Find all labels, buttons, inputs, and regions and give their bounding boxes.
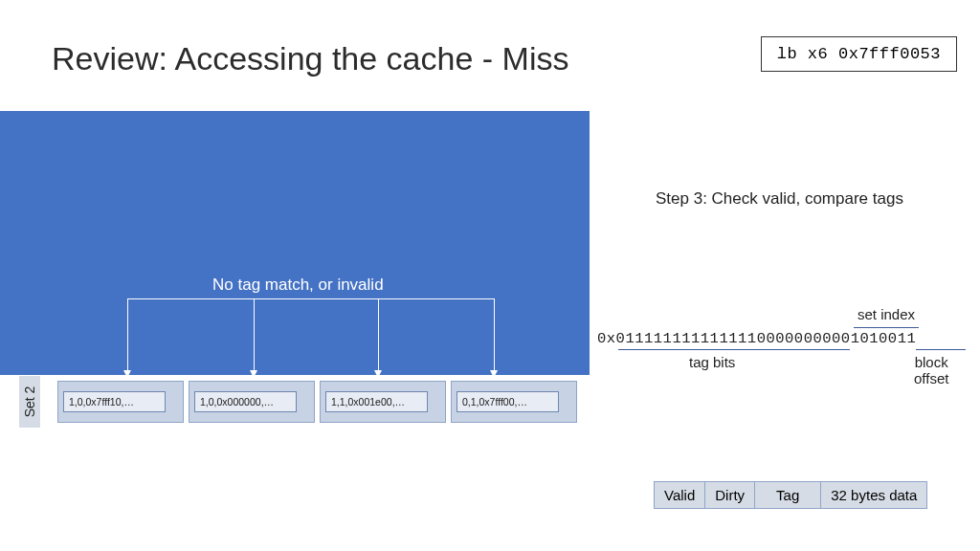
miss-message: No tag match, or invalid xyxy=(212,276,384,295)
arrow-way2 xyxy=(378,298,379,377)
set-label: Set 2 xyxy=(19,376,40,428)
way-3: 0,1,0x7fff00,… xyxy=(451,381,577,423)
legend-data: 32 bytes data xyxy=(821,482,926,508)
way-3-data: 0,1,0x7fff00,… xyxy=(457,391,559,412)
legend-tag: Tag xyxy=(755,482,821,508)
underline-tag xyxy=(618,349,850,350)
way-0: 1,0,0x7fff10,… xyxy=(57,381,184,423)
step-text: Step 3: Check valid, compare tags xyxy=(656,189,903,209)
address-bits: 0x01111111111111100000000001010011 xyxy=(597,330,916,347)
way-2-data: 1,1,0x001e00,… xyxy=(325,391,428,412)
label-index: set index xyxy=(858,306,915,322)
label-offset: block offset xyxy=(914,354,948,387)
entry-legend: Valid Dirty Tag 32 bytes data xyxy=(654,481,927,509)
arrow-way0 xyxy=(127,298,128,377)
way-0-data: 1,0,0x7fff10,… xyxy=(63,391,166,412)
legend-valid: Valid xyxy=(655,482,705,508)
slide-title: Review: Accessing the cache - Miss xyxy=(52,40,568,77)
underline-offset xyxy=(916,349,966,350)
label-tag: tag bits xyxy=(689,354,735,370)
underline-index xyxy=(854,327,919,328)
instruction-box: lb x6 0x7fff0053 xyxy=(761,36,957,72)
arrow-way3 xyxy=(494,298,495,377)
way-2: 1,1,0x001e00,… xyxy=(320,381,446,423)
connector-h xyxy=(127,298,494,299)
arrow-way1 xyxy=(254,298,255,377)
way-1: 1,0,0x000000,… xyxy=(189,381,315,423)
legend-dirty: Dirty xyxy=(705,482,755,508)
way-1-data: 1,0,0x000000,… xyxy=(194,391,297,412)
